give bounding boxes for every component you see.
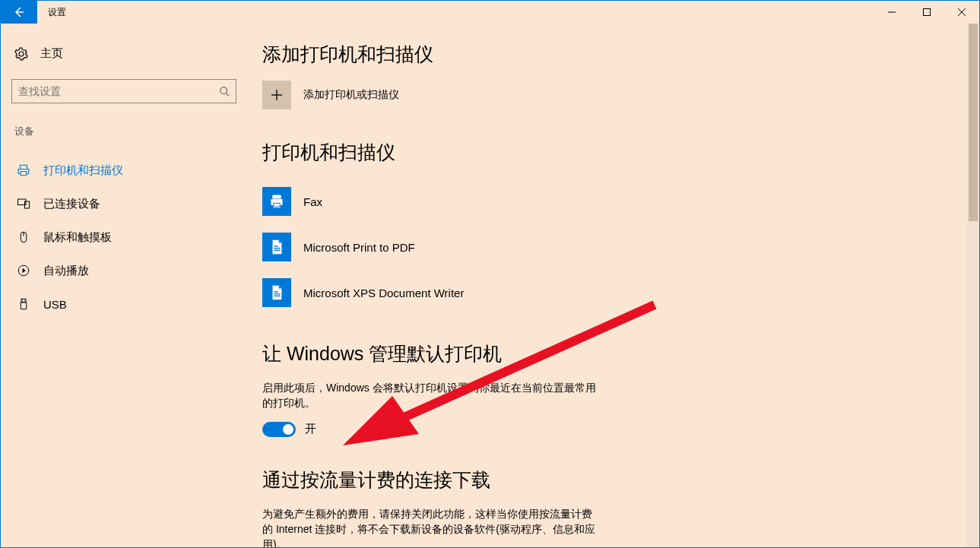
sidebar-group-title: 设备 (11, 125, 241, 138)
usb-icon (16, 297, 31, 311)
minimize-button[interactable] (874, 1, 909, 24)
svg-rect-22 (274, 204, 279, 207)
printer-item-fax[interactable]: Fax (262, 179, 956, 224)
search-input[interactable] (11, 79, 236, 103)
add-printer-label: 添加打印机或扫描仪 (303, 88, 399, 102)
printer-item-xps[interactable]: Microsoft XPS Document Writer (262, 270, 956, 315)
printer-name: Microsoft Print to PDF (303, 241, 415, 254)
sidebar: 主页 设备 打印机和扫描仪 已连接设备 鼠标和触摸板 (1, 24, 252, 547)
home-button[interactable]: 主页 (11, 42, 241, 65)
sidebar-item-connected[interactable]: 已连接设备 (11, 187, 241, 220)
svg-rect-28 (274, 291, 278, 292)
svg-rect-19 (273, 195, 281, 199)
section-printers-title: 打印机和扫描仪 (262, 140, 956, 165)
back-button[interactable] (1, 1, 37, 24)
mouse-icon (16, 230, 31, 244)
svg-rect-2 (924, 9, 931, 16)
scrollbar-thumb[interactable] (969, 24, 978, 221)
svg-line-6 (227, 93, 230, 97)
devices-icon (16, 197, 31, 211)
gear-icon (14, 47, 28, 61)
main-content: 添加打印机和扫描仪 添加打印机或扫描仪 打印机和扫描仪 Fax Microsof… (252, 24, 967, 547)
sidebar-item-label: 自动播放 (43, 264, 89, 278)
svg-rect-24 (274, 250, 280, 251)
document-tile-icon (262, 278, 291, 307)
section-default-title: 让 Windows 管理默认打印机 (262, 341, 956, 366)
svg-rect-12 (21, 299, 26, 303)
printer-item-pdf[interactable]: Microsoft Print to PDF (262, 224, 956, 270)
add-printer-button[interactable]: 添加打印机或扫描仪 (262, 81, 956, 109)
search-icon (219, 86, 230, 97)
sidebar-item-printers[interactable]: 打印机和扫描仪 (11, 154, 241, 187)
svg-rect-23 (274, 248, 280, 249)
printer-tile-icon (262, 187, 291, 216)
svg-point-5 (220, 87, 227, 94)
window-controls (874, 1, 979, 24)
plus-icon (262, 81, 291, 109)
printer-name: Microsoft XPS Document Writer (303, 287, 464, 299)
section-add-title: 添加打印机和扫描仪 (262, 42, 956, 67)
close-button[interactable] (944, 1, 979, 24)
sidebar-item-mouse[interactable]: 鼠标和触摸板 (11, 220, 241, 254)
sidebar-item-label: 打印机和扫描仪 (43, 163, 123, 178)
sidebar-item-label: USB (43, 298, 67, 311)
svg-rect-13 (21, 303, 27, 309)
toggle-knob (283, 424, 293, 435)
home-label: 主页 (40, 46, 63, 61)
document-tile-icon (262, 233, 291, 261)
window-title: 设置 (37, 1, 77, 24)
toggle-state-label: 开 (305, 422, 316, 436)
section-metered-desc: 为避免产生额外的费用，请保持关闭此功能，这样当你使用按流量计费的 Interne… (262, 506, 597, 547)
sidebar-item-autoplay[interactable]: 自动播放 (11, 254, 241, 287)
vertical-scrollbar[interactable] (967, 24, 979, 547)
printer-icon (16, 163, 31, 177)
search-field[interactable] (18, 85, 219, 97)
section-default-desc: 启用此项后，Windows 会将默认打印机设置为你最近在当前位置最常用的打印机。 (262, 380, 597, 411)
svg-rect-26 (274, 293, 280, 294)
printer-name: Fax (303, 195, 322, 208)
svg-rect-25 (274, 245, 278, 246)
sidebar-item-label: 鼠标和触摸板 (43, 230, 112, 245)
section-metered-title: 通过按流量计费的连接下载 (262, 467, 956, 493)
svg-rect-27 (274, 296, 280, 296)
default-printer-toggle[interactable] (262, 422, 296, 437)
autoplay-icon (16, 264, 31, 277)
sidebar-item-label: 已连接设备 (43, 197, 100, 211)
maximize-button[interactable] (909, 1, 944, 24)
titlebar: 设置 (1, 1, 979, 24)
sidebar-item-usb[interactable]: USB (11, 287, 241, 321)
